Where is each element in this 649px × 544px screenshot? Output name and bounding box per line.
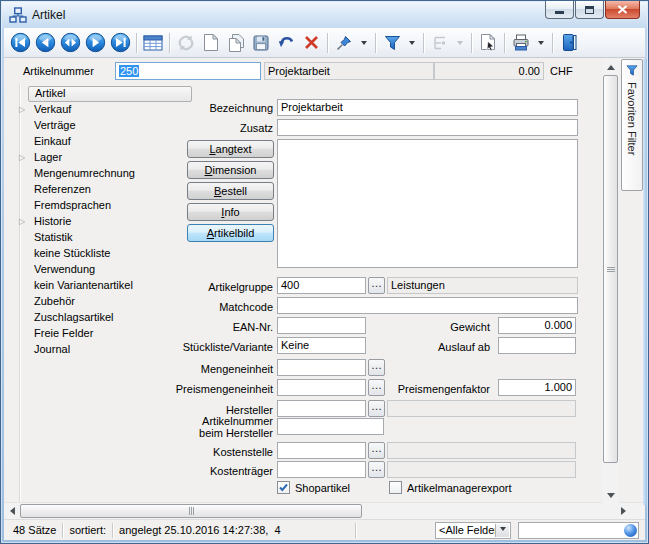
status-separator [112, 523, 113, 538]
checkmark-icon [278, 482, 289, 493]
close-button[interactable] [605, 1, 640, 19]
ean-combobox[interactable] [277, 317, 366, 334]
bestell-button[interactable]: Bestell [187, 182, 274, 200]
mengeneinheit-browse-button[interactable]: … [368, 359, 385, 376]
expander-icon[interactable]: ▷ [17, 214, 27, 230]
chevron-down-icon [538, 41, 544, 48]
artikelgruppe-text-field: Leistungen [387, 277, 578, 294]
last-record-icon [110, 32, 131, 53]
zusatz-input[interactable] [277, 119, 578, 136]
auslauf-input[interactable] [498, 337, 576, 354]
scroll-up-button[interactable] [602, 59, 619, 75]
artikelnummer-input[interactable]: 250 [115, 62, 261, 80]
sidebar-item-statistik[interactable]: Statistik [28, 230, 192, 246]
filter-button[interactable] [380, 31, 404, 55]
gewicht-input[interactable]: 0.000 [498, 317, 576, 334]
window-controls [545, 1, 640, 19]
scroll-right-button[interactable] [615, 503, 631, 519]
matchcode-label: Matchcode [84, 299, 273, 315]
last-record-button[interactable] [108, 31, 132, 55]
horizontal-scrollbar-thumb[interactable] [20, 504, 362, 518]
expander-icon[interactable]: ▷ [17, 102, 27, 118]
next-record-button[interactable] [83, 31, 107, 55]
exit-button[interactable] [557, 31, 581, 55]
delete-record-button[interactable] [299, 31, 323, 55]
expander-icon[interactable]: ▷ [17, 150, 27, 166]
pin-dropdown-button[interactable] [357, 31, 371, 55]
status-bar: 48 Sätze sortiert: angelegt 25.10.2016 1… [4, 519, 645, 540]
preismengenfaktor-input[interactable]: 1.000 [498, 379, 576, 396]
artnr-hersteller-label-line1: Artikelnummer [84, 415, 273, 427]
chevron-down-icon [361, 41, 367, 48]
kostenstelle-browse-button[interactable]: … [368, 442, 385, 459]
copy-record-icon [227, 33, 246, 53]
refresh-button[interactable] [174, 31, 198, 55]
favoriten-filter-label: Favoriten Filter [626, 82, 638, 155]
sidebar-item-lager[interactable]: Lager [28, 150, 192, 166]
preismengeneinheit-input[interactable] [277, 379, 366, 396]
restore-button[interactable] [575, 1, 604, 19]
scroll-down-button[interactable] [602, 487, 619, 503]
search-sphere-icon[interactable] [624, 524, 637, 537]
kostentraeger-browse-button[interactable]: … [368, 461, 385, 478]
previous-record-button[interactable] [33, 31, 57, 55]
tree-view-icon [431, 34, 449, 52]
kostentraeger-input[interactable] [277, 461, 366, 478]
dimension-button[interactable]: Dimension [187, 161, 274, 179]
sidebar-item-keine-stueckliste[interactable]: keine Stückliste [28, 246, 192, 262]
sidebar-item-einkauf[interactable]: Einkauf [28, 134, 192, 150]
print-dropdown-button[interactable] [534, 31, 548, 55]
quick-search-input[interactable] [518, 522, 639, 539]
currency-label: CHF [550, 65, 573, 77]
app-window: Artikel [0, 0, 649, 544]
new-record-button[interactable] [199, 31, 223, 55]
sidebar-item-historie[interactable]: Historie [28, 214, 192, 230]
save-record-button[interactable] [249, 31, 273, 55]
dock-strip [643, 59, 647, 505]
select-record-icon [479, 33, 497, 53]
vertical-scrollbar-thumb[interactable] [603, 75, 618, 463]
record-header-row: Artikelnummer 250 Projektarbeit 0.00 CHF [4, 58, 645, 84]
langtext-textarea[interactable] [277, 139, 578, 268]
print-button[interactable] [509, 31, 533, 55]
filter-dropdown-button[interactable] [405, 31, 419, 55]
minimize-icon [555, 11, 564, 14]
sidebar-item-referenzen[interactable]: Referenzen [28, 182, 192, 198]
tree-view-dropdown-button[interactable] [453, 31, 467, 55]
hersteller-browse-button[interactable]: … [368, 400, 385, 417]
tree-view-button[interactable] [428, 31, 452, 55]
field-filter-dropdown-button[interactable] [495, 524, 509, 537]
shopartikel-checkbox[interactable] [277, 481, 290, 494]
sidebar-item-verwendung[interactable]: Verwendung [28, 262, 192, 278]
toolbar-separator [471, 33, 472, 53]
sidebar-item-mengenumrechnung[interactable]: Mengenumrechnung [28, 166, 192, 182]
copy-record-button[interactable] [224, 31, 248, 55]
artnr-hersteller-input[interactable] [277, 418, 384, 435]
stueckliste-combobox[interactable]: Keine [277, 337, 366, 354]
matchcode-input[interactable] [277, 297, 578, 314]
select-record-button[interactable] [476, 31, 500, 55]
artikelgruppe-browse-button[interactable]: … [368, 277, 385, 294]
favoriten-filter-tab[interactable]: Favoriten Filter [621, 59, 643, 191]
scroll-left-button[interactable] [4, 503, 20, 519]
info-button[interactable]: Info [187, 203, 274, 221]
pin-button[interactable] [332, 31, 356, 55]
bezeichnung-input[interactable]: Projektarbeit [277, 99, 578, 116]
langtext-button[interactable]: Langtext [187, 140, 274, 158]
artikelbild-button[interactable]: Artikelbild [187, 224, 274, 242]
vertical-scrollbar[interactable] [602, 59, 619, 503]
artikelgruppe-input[interactable]: 400 [277, 277, 366, 294]
mengeneinheit-input[interactable] [277, 359, 366, 376]
goto-record-button[interactable] [58, 31, 82, 55]
sidebar-item-fremdsprachen[interactable]: Fremdsprachen [28, 198, 192, 214]
first-record-button[interactable] [8, 31, 32, 55]
table-view-button[interactable] [141, 31, 165, 55]
field-filter-combobox[interactable]: <Alle Felder> [435, 522, 511, 539]
hersteller-input[interactable] [277, 400, 366, 417]
kostenstelle-input[interactable] [277, 442, 366, 459]
minimize-button[interactable] [545, 1, 574, 19]
undo-button[interactable] [274, 31, 298, 55]
horizontal-scrollbar[interactable] [4, 502, 645, 519]
refresh-icon [176, 33, 196, 53]
artikelmanagerexport-checkbox[interactable] [389, 481, 402, 494]
